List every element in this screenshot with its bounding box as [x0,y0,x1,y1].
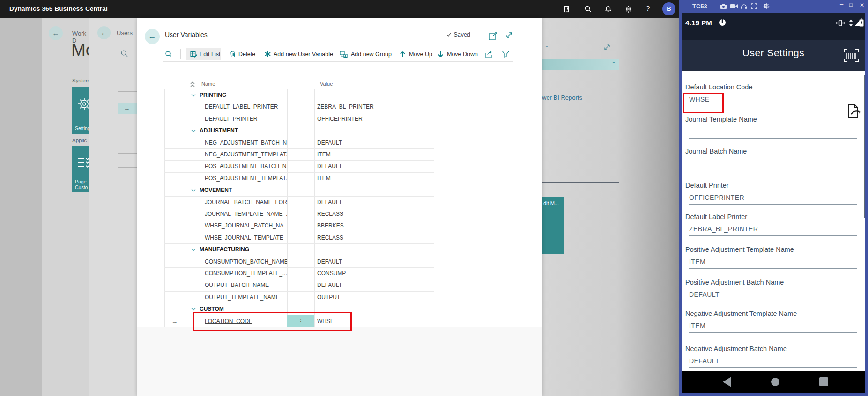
page-customization-tile[interactable]: Page Custo [72,146,89,192]
table-group-row[interactable]: PRINTING [164,89,434,101]
close-button[interactable]: ✕ [860,2,864,8]
share-icon[interactable] [485,51,494,58]
add-user-variable-button[interactable]: Add new User Variable [274,51,333,58]
add-group-button[interactable]: Add new Group [351,51,392,58]
table-group-row[interactable]: ADJUSTMENT [164,125,434,137]
variable-name-cell[interactable]: CONSUMPTION_TEMPLATE_... [185,268,287,279]
table-item-row[interactable]: POS_ADJUSTMENT_BATCH_N...DEFAULT [164,160,434,172]
variable-value-cell[interactable] [314,125,437,137]
table-item-row[interactable]: JOURNAL_TEMPLATE_NAME_...RECLASS [164,208,434,220]
field-value[interactable]: ITEM [689,258,705,265]
recents-nav-icon[interactable] [819,377,828,386]
delete-button[interactable]: Delete [238,51,255,58]
move-up-button[interactable]: Move Up [409,51,432,58]
popout-icon[interactable] [489,32,498,40]
screenshot-camera-icon[interactable] [720,3,727,9]
variable-name-cell[interactable]: CONSUMPTION_BATCH_NAME [185,256,287,268]
screen-record-icon[interactable] [730,4,738,9]
variable-value-cell[interactable]: OFFICEPRINTER [314,113,437,125]
variable-value-cell[interactable]: BBERKES [314,220,437,232]
table-item-row[interactable]: NEG_ADJUSTMENT_TEMPLAT...ITEM [164,148,434,161]
table-item-row[interactable]: POS_ADJUSTMENT_TEMPLAT...ITEM [164,172,434,184]
group-name-cell[interactable]: MANUFACTURING [185,244,287,256]
settings-gear-icon[interactable] [624,5,632,13]
row-selector-cell[interactable] [164,256,185,268]
edit-list-button[interactable]: Edit List [186,48,221,60]
user-avatar[interactable]: B [662,2,675,15]
field-value[interactable]: DEFAULT [689,357,720,365]
table-item-row[interactable]: JOURNAL_BATCH_NAME_FOR...DEFAULT [164,196,434,208]
variable-name-cell[interactable]: DEFAULT_LABEL_PRINTER [185,101,287,113]
table-group-row[interactable]: MANUFACTURING [164,243,434,256]
collapse-all-icon[interactable] [190,81,195,88]
row-selector-cell[interactable] [164,173,185,184]
group-name-cell[interactable]: MOVEMENT [185,184,287,196]
search-icon[interactable] [165,51,172,58]
variable-value-cell[interactable]: ZEBRA_BL_PRINTER [314,101,437,113]
collapsed-section-bar[interactable]: ⌄ [542,59,619,70]
variable-name-cell[interactable]: JOURNAL_BATCH_NAME_FOR... [185,197,287,208]
barcode-scan-icon[interactable] [844,49,859,62]
field-value[interactable]: ZEBRA_BL_PRINTER [689,225,758,233]
row-selector-cell[interactable] [164,184,185,196]
row-selector-cell[interactable] [164,220,185,232]
table-item-row[interactable]: NEG_ADJUSTMENT_BATCH_N...DEFAULT [164,137,434,149]
settings-tile[interactable]: Setting [72,87,89,134]
company-icon[interactable] [563,5,571,13]
row-selector-cell[interactable] [164,125,185,137]
variable-value-cell[interactable]: ITEM [314,149,437,161]
variable-value-cell[interactable]: DEFAULT [314,197,437,208]
table-item-row[interactable]: OUTPUT_BATCH_NAMEDEFAULT [164,279,434,291]
row-selector-cell[interactable] [164,279,185,291]
group-name-cell[interactable]: PRINTING [185,89,287,101]
maximize-button[interactable]: □ [849,2,853,7]
field-value[interactable]: OFFICEPRINTER [689,194,744,201]
table-item-row[interactable]: WHSE_JOURNAL_BATCH_NA...BBERKES [164,220,434,232]
variable-name-cell[interactable]: POS_ADJUSTMENT_BATCH_N... [185,161,287,172]
variable-name-cell[interactable]: OUTPUT_TEMPLATE_NAME [185,292,287,303]
back-button[interactable]: ← [97,26,111,39]
row-selector-cell[interactable] [164,149,185,161]
variable-value-cell[interactable]: DEFAULT [314,279,437,291]
variable-value-cell[interactable] [314,89,437,101]
back-button[interactable]: ← [145,29,160,44]
home-nav-icon[interactable] [771,377,780,387]
row-selector-cell[interactable] [164,303,185,315]
variable-name-cell[interactable]: NEG_ADJUSTMENT_BATCH_N... [185,137,287,149]
variable-name-cell[interactable]: POS_ADJUSTMENT_TEMPLAT... [185,173,287,184]
variable-value-cell[interactable] [314,184,437,196]
variable-value-cell[interactable]: RECLASS [314,208,437,220]
row-selector-cell[interactable] [164,268,185,279]
field-value[interactable]: DEFAULT [689,291,720,298]
table-item-row[interactable]: WHSE_JOURNAL_TEMPLATE_...RECLASS [164,232,434,244]
row-selector-cell[interactable] [164,161,185,172]
variable-name-cell[interactable]: WHSE_JOURNAL_BATCH_NA... [185,220,287,232]
help-icon[interactable]: ? [646,4,650,12]
table-item-row[interactable]: CONSUMPTION_TEMPLATE_...CONSUMP [164,267,434,279]
variable-value-cell[interactable]: RECLASS [314,232,437,244]
value-column-header[interactable]: Value [320,81,333,87]
row-selector-cell[interactable] [164,101,185,113]
row-selector-cell[interactable]: → [164,315,185,327]
row-selector-cell[interactable] [164,137,185,149]
table-group-row[interactable]: MOVEMENT [164,184,434,196]
row-selector-cell[interactable] [164,89,185,101]
row-selector-cell[interactable] [164,208,185,220]
edit-tile[interactable]: dit M... [542,197,564,254]
name-column-header[interactable]: Name [201,81,215,87]
notifications-bell-icon[interactable] [604,5,612,13]
variable-value-cell[interactable]: OUTPUT [314,292,437,303]
fullscreen-icon[interactable] [751,3,757,9]
row-selector-cell[interactable] [164,197,185,208]
table-item-row[interactable]: CONSUMPTION_BATCH_NAMEDEFAULT [164,256,434,268]
row-selector-cell[interactable] [164,244,185,256]
table-item-row[interactable]: DEFAULT_PRINTEROFFICEPRINTER [164,113,434,125]
field-value[interactable]: ITEM [689,322,705,330]
table-item-row[interactable]: DEFAULT_LABEL_PRINTERZEBRA_BL_PRINTER [164,101,434,113]
group-name-cell[interactable]: ADJUSTMENT [185,125,287,137]
selected-user-row[interactable]: → [118,103,137,114]
power-bi-reports-link[interactable]: wer BI Reports [542,94,582,101]
settings-gear-icon[interactable] [763,3,770,9]
row-selector-cell[interactable] [164,113,185,125]
table-item-row[interactable]: OUTPUT_TEMPLATE_NAMEOUTPUT [164,291,434,303]
